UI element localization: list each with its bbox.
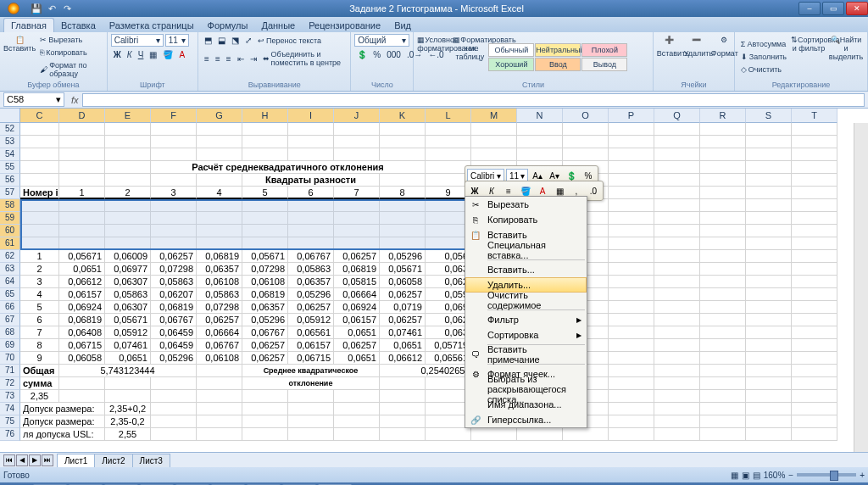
cell-E63[interactable]: 0,06977: [105, 263, 151, 276]
row-headers[interactable]: 5253545556575859606162636465666768697071…: [0, 123, 20, 441]
context-menu[interactable]: ✂Вырезать⎘Копировать📋ВставитьСпециальная…: [465, 196, 587, 428]
col-header-M[interactable]: M: [471, 109, 517, 123]
cell-M53[interactable]: [471, 136, 517, 148]
cell-P68[interactable]: [609, 326, 654, 339]
cell-S58[interactable]: [746, 199, 792, 212]
cell-K57[interactable]: 8: [380, 187, 426, 199]
cell-F52[interactable]: [151, 123, 197, 136]
cell-T75[interactable]: [792, 415, 837, 428]
cell-Q76[interactable]: [654, 428, 700, 441]
cell-Q74[interactable]: [654, 403, 700, 415]
cell-T66[interactable]: [792, 301, 837, 314]
cell-T53[interactable]: [792, 136, 837, 148]
cell-Q73[interactable]: [654, 390, 700, 403]
cell-R61[interactable]: [700, 237, 746, 250]
cell-P63[interactable]: [609, 263, 654, 276]
cell-O76[interactable]: [563, 428, 609, 441]
vertical-scrollbar[interactable]: [854, 123, 868, 452]
cell-K68[interactable]: 0,07461: [380, 326, 426, 339]
cell-C55[interactable]: [20, 161, 59, 174]
row-header-72[interactable]: 72: [0, 377, 20, 390]
cell-F67[interactable]: 0,06767: [151, 314, 197, 326]
cell-O54[interactable]: [563, 148, 609, 161]
cell-F70[interactable]: 0,05296: [151, 352, 197, 365]
cell-I64[interactable]: 0,06357: [288, 276, 334, 288]
cell-I60[interactable]: [288, 225, 334, 237]
cell-Q65[interactable]: [654, 288, 700, 301]
cell-S53[interactable]: [746, 136, 792, 148]
cell-F55[interactable]: Расчёт среднеквадратичного отклонения: [151, 161, 426, 174]
cell-P71[interactable]: [609, 365, 654, 377]
cell-R53[interactable]: [700, 136, 746, 148]
style-cell-1[interactable]: Нейтральный: [535, 43, 581, 57]
cell-J63[interactable]: 0,06819: [334, 263, 380, 276]
cell-R73[interactable]: [700, 390, 746, 403]
cell-S62[interactable]: [746, 250, 792, 263]
cell-K65[interactable]: 0,06257: [380, 288, 426, 301]
cell-T73[interactable]: [792, 390, 837, 403]
cell-I73[interactable]: [288, 390, 334, 403]
align-middle-button[interactable]: ⬓: [215, 34, 228, 47]
row-header-58[interactable]: 58: [0, 199, 20, 212]
cell-C67[interactable]: 6: [20, 314, 59, 326]
cell-T72[interactable]: [792, 377, 837, 390]
cell-H59[interactable]: [242, 212, 288, 225]
cell-I75[interactable]: [288, 415, 334, 428]
cell-I67[interactable]: 0,05912: [288, 314, 334, 326]
cell-J60[interactable]: [334, 225, 380, 237]
cell-D53[interactable]: [59, 136, 105, 148]
cell-F75[interactable]: [151, 415, 197, 428]
cell-J67[interactable]: 0,06157: [334, 314, 380, 326]
cell-G58[interactable]: [197, 199, 242, 212]
cell-S54[interactable]: [746, 148, 792, 161]
cell-F61[interactable]: [151, 237, 197, 250]
cell-H67[interactable]: 0,05296: [242, 314, 288, 326]
ribbon-tab-3[interactable]: Формулы: [201, 19, 255, 32]
cell-C73[interactable]: 2,35: [20, 390, 59, 403]
cell-R62[interactable]: [700, 250, 746, 263]
cell-T63[interactable]: [792, 263, 837, 276]
cell-R74[interactable]: [700, 403, 746, 415]
cell-R66[interactable]: [700, 301, 746, 314]
col-header-R[interactable]: R: [700, 109, 746, 123]
cell-M52[interactable]: [471, 123, 517, 136]
cell-T65[interactable]: [792, 288, 837, 301]
cell-S69[interactable]: [746, 339, 792, 352]
cell-G75[interactable]: [197, 415, 242, 428]
cell-J75[interactable]: [334, 415, 380, 428]
cell-Q64[interactable]: [654, 276, 700, 288]
col-header-Q[interactable]: Q: [654, 109, 700, 123]
cell-D70[interactable]: 0,06058: [59, 352, 105, 365]
cell-H62[interactable]: 0,05671: [242, 250, 288, 263]
cell-D72[interactable]: [59, 377, 105, 390]
fill-button[interactable]: ⬇Заполнить: [738, 51, 789, 63]
style-cell-4[interactable]: Ввод: [535, 58, 581, 71]
ribbon-tab-5[interactable]: Рецензирование: [302, 19, 387, 32]
sheet-first-icon[interactable]: ⏮: [3, 454, 15, 466]
column-headers[interactable]: CDEFGHIJKLMNOPQRST: [20, 109, 837, 123]
cell-J62[interactable]: 0,06257: [334, 250, 380, 263]
cell-R54[interactable]: [700, 148, 746, 161]
cell-H60[interactable]: [242, 225, 288, 237]
row-header-67[interactable]: 67: [0, 314, 20, 326]
context-menu-item-3[interactable]: Специальная вставка...: [465, 242, 587, 258]
cell-E66[interactable]: 0,06307: [105, 301, 151, 314]
orientation-button[interactable]: ⤢: [242, 34, 254, 47]
cell-P53[interactable]: [609, 136, 654, 148]
cell-S66[interactable]: [746, 301, 792, 314]
cell-F74[interactable]: [151, 403, 197, 415]
cell-Q61[interactable]: [654, 237, 700, 250]
cell-R72[interactable]: [700, 377, 746, 390]
cell-P52[interactable]: [609, 123, 654, 136]
row-header-60[interactable]: 60: [0, 225, 20, 237]
cell-Q72[interactable]: [654, 377, 700, 390]
cell-J59[interactable]: [334, 212, 380, 225]
cell-M54[interactable]: [471, 148, 517, 161]
cell-G68[interactable]: 0,06664: [197, 326, 242, 339]
cell-E69[interactable]: 0,07461: [105, 339, 151, 352]
cell-J52[interactable]: [334, 123, 380, 136]
ribbon-tab-4[interactable]: Данные: [254, 19, 302, 32]
cell-F76[interactable]: [151, 428, 197, 441]
cell-I62[interactable]: 0,06767: [288, 250, 334, 263]
row-header-73[interactable]: 73: [0, 390, 20, 403]
